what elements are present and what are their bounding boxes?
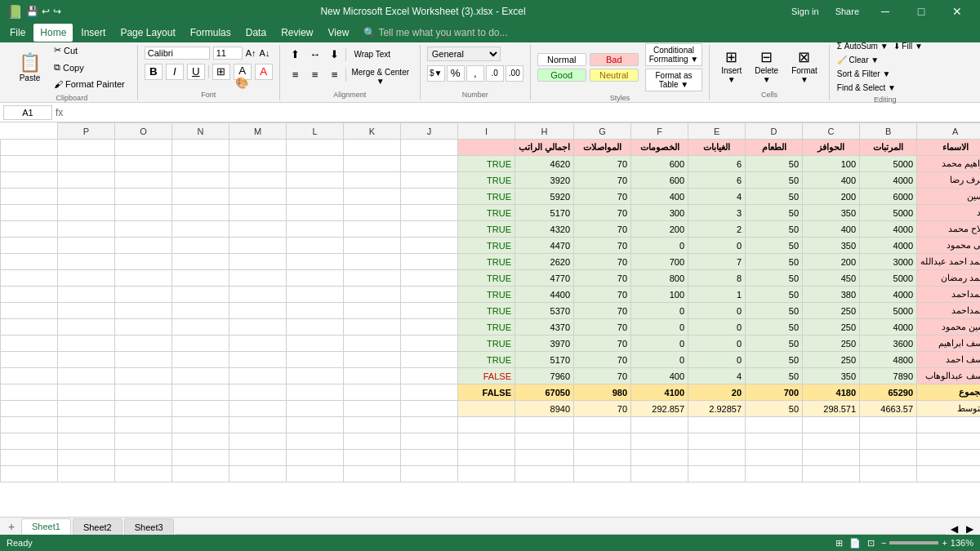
col-header-d[interactable]: D	[746, 123, 803, 140]
cell-A17[interactable]: المتوسط	[917, 401, 980, 417]
cell-empty[interactable]	[229, 140, 287, 156]
cell-E9[interactable]: 8	[688, 270, 746, 287]
cell-H8[interactable]: 2620	[515, 254, 574, 270]
cell-A2[interactable]: ابراهيم محمد	[917, 156, 980, 172]
menu-view[interactable]: View	[322, 24, 356, 42]
sheet-tab-1[interactable]: Sheet1	[21, 518, 71, 535]
cell-empty[interactable]	[287, 433, 344, 450]
cell-H7[interactable]: 4470	[515, 238, 574, 254]
cell-C15[interactable]: 350	[803, 368, 860, 384]
cell-empty[interactable]	[115, 450, 172, 466]
cell-E19[interactable]	[688, 433, 746, 450]
cell-I14[interactable]: TRUE	[458, 352, 515, 368]
cell-H14[interactable]: 5170	[515, 352, 574, 368]
cell-empty[interactable]	[172, 205, 229, 221]
cell-E21[interactable]	[688, 466, 746, 482]
col-header-n[interactable]: N	[172, 123, 229, 140]
cell-A7[interactable]: على محمود	[917, 238, 980, 254]
sort-filter-btn[interactable]: Sort & Filter ▼	[836, 69, 891, 79]
cell-empty[interactable]	[58, 368, 115, 384]
cell-empty[interactable]	[172, 238, 229, 254]
cell-empty[interactable]	[58, 287, 115, 303]
cell-H12[interactable]: 4370	[515, 319, 574, 335]
cell-I21[interactable]	[458, 466, 515, 482]
cell-C21[interactable]	[803, 466, 860, 482]
cell-F14[interactable]: 0	[631, 352, 688, 368]
copy-btn[interactable]: ⧉Copy	[48, 60, 131, 75]
col-header-k[interactable]: K	[344, 123, 401, 140]
cell-A16[interactable]: المجموع	[917, 384, 980, 401]
cell-empty[interactable]	[401, 466, 458, 482]
cell-empty[interactable]	[287, 417, 344, 433]
underline-btn[interactable]: U	[187, 64, 205, 80]
increase-decimal-btn[interactable]: .0	[486, 65, 504, 82]
cell-C12[interactable]: 250	[803, 319, 860, 335]
cell-empty[interactable]	[115, 401, 172, 417]
cell-D19[interactable]	[746, 433, 803, 450]
cell-empty[interactable]	[229, 156, 287, 172]
sheet-tab-2[interactable]: Sheet2	[73, 518, 122, 535]
cell-H15[interactable]: 7960	[515, 368, 574, 384]
cell-empty[interactable]	[229, 335, 287, 352]
cell-empty[interactable]	[229, 205, 287, 221]
cell-empty[interactable]	[172, 466, 229, 482]
cell-E18[interactable]	[688, 417, 746, 433]
col-header-b[interactable]: B	[860, 123, 917, 140]
align-left-btn[interactable]: ≡	[287, 67, 305, 83]
italic-btn[interactable]: I	[166, 64, 184, 80]
cell-H18[interactable]	[515, 417, 574, 433]
cell-empty[interactable]	[401, 384, 458, 401]
cell-G13[interactable]: 70	[574, 335, 631, 352]
cell-F3[interactable]: 600	[631, 172, 688, 189]
cell-C1[interactable]: الحوافز	[803, 140, 860, 156]
cell-empty[interactable]	[287, 221, 344, 238]
cell-empty[interactable]	[1, 172, 58, 189]
cell-empty[interactable]	[1, 352, 58, 368]
cell-F13[interactable]: 0	[631, 335, 688, 352]
col-header-g[interactable]: G	[574, 123, 631, 140]
cell-G5[interactable]: 70	[574, 205, 631, 221]
cell-empty[interactable]	[344, 287, 401, 303]
cell-empty[interactable]	[344, 189, 401, 205]
cell-I16[interactable]: FALSE	[458, 384, 515, 401]
cell-G2[interactable]: 70	[574, 156, 631, 172]
cell-H16[interactable]: 67050	[515, 384, 574, 401]
cell-empty[interactable]	[401, 368, 458, 384]
merge-center-btn[interactable]: Merge & Center ▼	[348, 67, 413, 83]
cell-E17[interactable]: 2.92857	[688, 401, 746, 417]
cell-empty[interactable]	[1, 450, 58, 466]
cell-empty[interactable]	[115, 270, 172, 287]
cell-G16[interactable]: 980	[574, 384, 631, 401]
cell-E4[interactable]: 4	[688, 189, 746, 205]
cell-D17[interactable]: 50	[746, 401, 803, 417]
cell-F5[interactable]: 300	[631, 205, 688, 221]
cell-empty[interactable]	[287, 352, 344, 368]
cell-A3[interactable]: اشرف رضا	[917, 172, 980, 189]
cell-empty[interactable]	[1, 466, 58, 482]
cell-F8[interactable]: 700	[631, 254, 688, 270]
cell-B8[interactable]: 3000	[860, 254, 917, 270]
zoom-slider[interactable]	[889, 541, 938, 544]
cell-B10[interactable]: 4000	[860, 287, 917, 303]
cell-F18[interactable]	[631, 417, 688, 433]
cell-empty[interactable]	[58, 205, 115, 221]
font-color-btn[interactable]: A	[255, 64, 273, 80]
cell-empty[interactable]	[229, 303, 287, 319]
cell-I10[interactable]: TRUE	[458, 287, 515, 303]
cell-C16[interactable]: 4180	[803, 384, 860, 401]
col-header-c[interactable]: C	[803, 123, 860, 140]
cell-C17[interactable]: 298.571	[803, 401, 860, 417]
style-neutral[interactable]: Neutral	[590, 69, 639, 82]
cell-D11[interactable]: 50	[746, 303, 803, 319]
fill-color-btn[interactable]: A🎨	[234, 64, 252, 80]
conditional-format-btn[interactable]: ConditionalFormatting ▼	[645, 43, 702, 66]
cell-empty[interactable]	[115, 466, 172, 482]
align-bottom-btn[interactable]: ⬇	[326, 47, 344, 63]
cell-empty[interactable]	[172, 270, 229, 287]
cell-empty[interactable]	[287, 238, 344, 254]
cell-empty[interactable]	[115, 205, 172, 221]
currency-btn[interactable]: $▼	[427, 65, 445, 82]
cell-G19[interactable]	[574, 433, 631, 450]
cell-F10[interactable]: 100	[631, 287, 688, 303]
cell-empty[interactable]	[1, 303, 58, 319]
